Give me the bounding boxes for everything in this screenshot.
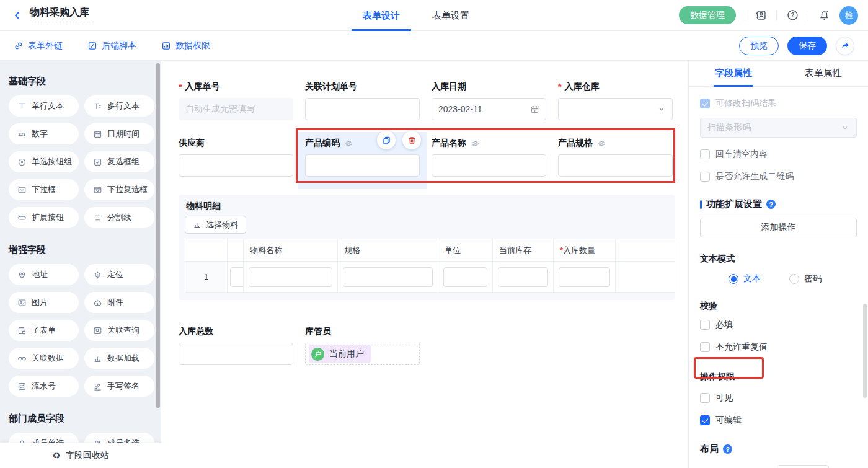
product-code-input[interactable] bbox=[305, 154, 420, 177]
field-product-code-selected[interactable]: 产品编码 bbox=[305, 138, 420, 177]
field-order-no[interactable]: *入库单号 自动生成无需填写 bbox=[179, 81, 293, 120]
page-title[interactable]: 物料采购入库 bbox=[30, 6, 92, 24]
divider bbox=[776, 11, 777, 20]
checkbox-unchecked[interactable] bbox=[700, 149, 710, 159]
option-clear-on-enter[interactable]: 回车清空内容 bbox=[700, 149, 857, 160]
divider bbox=[808, 11, 808, 20]
sidebar-item-extend-button[interactable]: 扩展按钮 bbox=[9, 207, 79, 228]
sidebar-item-location[interactable]: 定位 bbox=[84, 264, 154, 285]
divider-icon bbox=[92, 213, 102, 223]
back-button[interactable] bbox=[10, 8, 25, 23]
sidebar-item-divider[interactable]: 分割线 bbox=[84, 207, 154, 228]
option-editable[interactable]: 可编辑 bbox=[700, 415, 857, 426]
field-total[interactable]: 入库总数 bbox=[179, 326, 293, 365]
inbound-qty-input[interactable] bbox=[559, 267, 610, 287]
sidebar-scrollbar[interactable] bbox=[156, 63, 160, 408]
radio-text[interactable]: 文本 bbox=[728, 273, 761, 285]
radio-unselected[interactable] bbox=[789, 274, 799, 284]
product-name-input[interactable] bbox=[432, 154, 546, 177]
panel-scrollbar[interactable] bbox=[863, 304, 867, 398]
checkbox-unchecked[interactable] bbox=[700, 320, 710, 330]
eye-off-icon bbox=[344, 139, 353, 148]
form-external-link[interactable]: 表单外链 bbox=[14, 40, 63, 51]
help-question-icon[interactable]: ? bbox=[766, 200, 776, 209]
current-stock-input[interactable] bbox=[498, 267, 548, 287]
sidebar-item-datetime[interactable]: 日期时间 bbox=[84, 123, 154, 144]
option-allow-qrcode[interactable]: 是否允许生成二维码 bbox=[700, 171, 857, 182]
table-header-row: 物料名称 规格 单位 当前库存 *入库数量 bbox=[185, 239, 675, 262]
checkbox-checked-disabled[interactable] bbox=[700, 99, 710, 108]
order-no-input[interactable]: 自动生成无需填写 bbox=[179, 98, 293, 120]
sidebar-item-multi-select[interactable]: 下拉复选框 bbox=[84, 179, 154, 200]
sidebar-item-image[interactable]: 图片 bbox=[9, 292, 79, 313]
total-input[interactable] bbox=[179, 343, 293, 365]
share-button[interactable] bbox=[836, 37, 854, 55]
copy-field-button[interactable] bbox=[377, 131, 396, 149]
field-supplier[interactable]: 供应商 bbox=[179, 138, 293, 177]
checkbox-checked[interactable] bbox=[700, 415, 710, 425]
data-load-icon bbox=[92, 353, 102, 363]
help-icon[interactable]: ? bbox=[786, 9, 799, 22]
sidebar-item-single-line-text[interactable]: 单行文本 bbox=[9, 95, 79, 117]
sidebar-item-select[interactable]: 下拉框 bbox=[9, 179, 79, 200]
current-user-tag[interactable]: 户 当前用户 bbox=[309, 345, 371, 363]
checkbox-unchecked[interactable] bbox=[700, 342, 710, 352]
preview-button[interactable]: 预览 bbox=[739, 37, 779, 55]
supplier-input[interactable] bbox=[179, 154, 293, 177]
select-material-button[interactable]: 选择物料 bbox=[185, 216, 246, 234]
delete-field-button[interactable] bbox=[402, 131, 421, 149]
sidebar-item-subform[interactable]: 子表单 bbox=[9, 320, 79, 341]
help-question-icon[interactable]: ? bbox=[723, 444, 732, 454]
option-editable-scan-result[interactable]: 可修改扫码结果 bbox=[700, 98, 857, 109]
field-inbound-date[interactable]: 入库日期 2023-02-11 bbox=[432, 81, 546, 120]
tab-form-properties[interactable]: 表单属性 bbox=[779, 61, 868, 86]
sidebar-item-checkbox-group[interactable]: 复选框组 bbox=[84, 151, 154, 172]
bell-icon[interactable] bbox=[817, 9, 831, 22]
sidebar-item-radio-group[interactable]: 单选按钮组 bbox=[9, 151, 79, 172]
option-no-duplicates[interactable]: 不允许重复值 bbox=[700, 342, 857, 353]
sidebar-item-multi-line-text[interactable]: 多行文本 bbox=[84, 95, 154, 117]
field-plan-no[interactable]: 关联计划单号 bbox=[305, 81, 420, 120]
plan-no-input[interactable] bbox=[305, 98, 420, 120]
sidebar-item-number[interactable]: 123 数字 bbox=[9, 123, 79, 144]
unit-input[interactable] bbox=[443, 267, 487, 287]
field-product-name[interactable]: 产品名称 bbox=[432, 138, 546, 177]
field-width-select[interactable]: 1/4 bbox=[777, 465, 829, 468]
tab-field-properties[interactable]: 字段属性 bbox=[689, 61, 779, 86]
contact-book-icon[interactable] bbox=[754, 9, 768, 22]
add-operation-button[interactable]: 添加操作 bbox=[700, 218, 857, 237]
field-keeper[interactable]: 库管员 户 当前用户 bbox=[305, 326, 420, 365]
sidebar-item-data-load[interactable]: 数据加载 bbox=[84, 348, 154, 369]
material-name-input[interactable] bbox=[249, 267, 332, 287]
field-recycle-bin[interactable]: ♻ 字段回收站 bbox=[0, 443, 161, 468]
radio-selected[interactable] bbox=[728, 274, 738, 284]
sidebar-item-attachment[interactable]: 附件 bbox=[84, 292, 154, 313]
user-avatar[interactable]: 检 bbox=[839, 6, 858, 25]
save-button[interactable]: 保存 bbox=[787, 37, 827, 55]
data-permission-link[interactable]: 数据权限 bbox=[161, 40, 210, 51]
inbound-date-input[interactable]: 2023-02-11 bbox=[432, 98, 546, 120]
option-visible[interactable]: 可见 bbox=[700, 392, 857, 404]
keeper-member-box[interactable]: 户 当前用户 bbox=[305, 343, 420, 365]
checkbox-unchecked[interactable] bbox=[700, 172, 710, 182]
tab-form-settings[interactable]: 表单设置 bbox=[431, 0, 471, 31]
clipped-input[interactable] bbox=[230, 267, 244, 287]
sidebar-item-lookup[interactable]: 关联查询 bbox=[84, 320, 154, 341]
sidebar-item-serial-number[interactable]: 流水号 bbox=[9, 376, 79, 397]
field-warehouse[interactable]: *入库仓库 bbox=[558, 81, 673, 120]
checkbox-unchecked[interactable] bbox=[700, 393, 710, 403]
sidebar-item-address[interactable]: 地址 bbox=[9, 264, 79, 285]
product-spec-input[interactable] bbox=[558, 154, 673, 177]
field-product-spec[interactable]: 产品规格 bbox=[558, 138, 673, 177]
scan-type-select[interactable]: 扫描条形码 bbox=[700, 118, 857, 138]
tab-form-design[interactable]: 表单设计 bbox=[361, 0, 401, 31]
option-required[interactable]: 必填 bbox=[700, 319, 857, 330]
sidebar-item-signature[interactable]: 手写签名 bbox=[84, 376, 154, 397]
spec-input[interactable] bbox=[343, 267, 433, 287]
radio-password[interactable]: 密码 bbox=[789, 273, 822, 285]
sidebar-item-linked-data[interactable]: 关联数据 bbox=[9, 348, 79, 369]
data-manage-button[interactable]: 数据管理 bbox=[679, 6, 736, 24]
warehouse-select[interactable] bbox=[558, 98, 673, 120]
backend-script-link[interactable]: 后端脚本 bbox=[87, 40, 136, 51]
subform-material-detail[interactable]: 物料明细 选择物料 物料名称 规格 单位 当前库存 *入库数量 1 bbox=[179, 195, 675, 300]
